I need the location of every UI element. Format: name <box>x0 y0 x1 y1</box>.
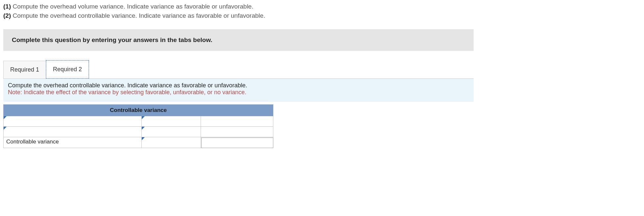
tab-required-1[interactable]: Required 1 <box>3 61 46 79</box>
footer-amount-input[interactable] <box>142 137 201 148</box>
instruction-text: Complete this question by entering your … <box>12 36 212 43</box>
dropdown-indicator-icon <box>142 127 145 130</box>
dropdown-indicator-icon <box>142 137 145 140</box>
row2-amount-cell[interactable] <box>142 127 201 137</box>
row1-amount-cell[interactable] <box>142 116 201 127</box>
footer-effect-select[interactable] <box>201 138 273 148</box>
row2-amount-input[interactable] <box>142 127 201 137</box>
footer-amount-cell[interactable] <box>142 137 201 148</box>
tab-label: Required 2 <box>53 66 82 73</box>
footer-label-cell: Controllable variance <box>4 137 142 148</box>
controllable-variance-table: Controllable variance <box>3 104 273 148</box>
tabs-row: Required 1 Required 2 <box>3 60 641 79</box>
footer-label: Controllable variance <box>6 139 59 145</box>
question-number: (1) <box>3 3 11 10</box>
question-text: Compute the overhead volume variance. In… <box>13 3 254 10</box>
variance-table-wrap: Controllable variance <box>3 104 641 148</box>
row1-description-cell[interactable] <box>4 116 142 127</box>
table-row <box>4 127 273 137</box>
row2-description-input[interactable] <box>4 127 141 137</box>
row1-description-input[interactable] <box>4 116 141 126</box>
dropdown-indicator-icon <box>4 116 7 119</box>
row1-extra-cell <box>201 116 273 127</box>
instruction-bar: Complete this question by entering your … <box>3 29 474 51</box>
question-item-1: (1) Compute the overhead volume variance… <box>3 2 641 11</box>
row2-extra-cell <box>201 127 273 137</box>
panel-note: Note: Indicate the effect of the varianc… <box>8 89 469 96</box>
question-number: (2) <box>3 12 11 19</box>
question-text: Compute the overhead controllable varian… <box>13 12 265 19</box>
tab-label: Required 1 <box>10 66 39 73</box>
row2-description-cell[interactable] <box>4 127 142 137</box>
row2-extra <box>201 127 273 137</box>
panel-instruction: Compute the overhead controllable varian… <box>8 82 469 89</box>
question-item-2: (2) Compute the overhead controllable va… <box>3 11 641 20</box>
question-list: (1) Compute the overhead volume variance… <box>3 2 641 20</box>
footer-effect-cell[interactable] <box>201 137 273 148</box>
table-header-text: Controllable variance <box>110 107 167 113</box>
dropdown-indicator-icon <box>142 116 145 119</box>
tab-required-2[interactable]: Required 2 <box>46 60 89 79</box>
row1-extra <box>201 116 273 126</box>
table-footer-row: Controllable variance <box>4 137 273 148</box>
table-row <box>4 116 273 127</box>
row1-amount-input[interactable] <box>142 116 201 126</box>
dropdown-indicator-icon <box>4 127 7 130</box>
tab-panel-required-2: Compute the overhead controllable varian… <box>3 78 474 102</box>
table-header: Controllable variance <box>4 105 273 116</box>
